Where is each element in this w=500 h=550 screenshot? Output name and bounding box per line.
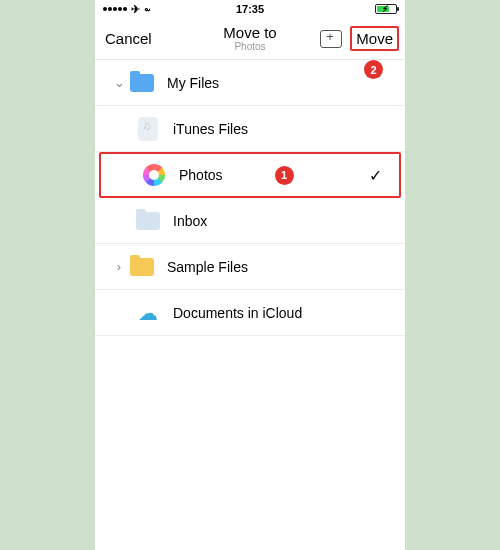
folder-icon	[136, 212, 160, 230]
list-item-sample-files[interactable]: › Sample Files	[95, 244, 405, 290]
cloud-icon: ☁︎	[135, 300, 161, 326]
list-item-itunes[interactable]: iTunes Files	[95, 106, 405, 152]
airplane-icon: ✈︎	[131, 3, 140, 16]
list-item-label: iTunes Files	[173, 121, 405, 137]
folder-list: ⌄ My Files iTunes Files Photos 1 ✓ Inbox…	[95, 60, 405, 336]
cancel-button[interactable]: Cancel	[105, 30, 152, 47]
checkmark-icon: ✓	[369, 166, 399, 185]
itunes-icon	[138, 117, 158, 141]
list-item-photos[interactable]: Photos 1 ✓	[99, 152, 401, 198]
navbar: Cancel Move to Photos Move	[95, 18, 405, 60]
annotation-badge-1: 1	[275, 166, 294, 185]
wifi-icon: ⧜	[144, 3, 150, 15]
status-bar: ✈︎ ⧜ 17:35 ⚡︎	[95, 0, 405, 18]
list-item-inbox[interactable]: Inbox	[95, 198, 405, 244]
move-button[interactable]: Move	[356, 30, 393, 47]
new-folder-icon[interactable]	[320, 30, 342, 48]
list-item-label: Documents in iCloud	[173, 305, 405, 321]
list-item-my-files[interactable]: ⌄ My Files	[95, 60, 405, 106]
list-item-label: Photos	[179, 167, 255, 183]
nav-title: Move to	[223, 25, 276, 42]
nav-subtitle: Photos	[223, 41, 276, 52]
battery-icon: ⚡︎	[375, 4, 397, 14]
status-time: 17:35	[201, 3, 299, 15]
photos-icon	[143, 164, 165, 186]
list-item-label: Sample Files	[167, 259, 405, 275]
chevron-right-icon[interactable]: ›	[109, 259, 129, 274]
list-item-label: My Files	[167, 75, 405, 91]
chevron-down-icon[interactable]: ⌄	[109, 75, 129, 90]
folder-icon	[130, 258, 154, 276]
list-item-label: Inbox	[173, 213, 405, 229]
list-item-icloud[interactable]: ☁︎ Documents in iCloud	[95, 290, 405, 336]
folder-icon	[130, 74, 154, 92]
